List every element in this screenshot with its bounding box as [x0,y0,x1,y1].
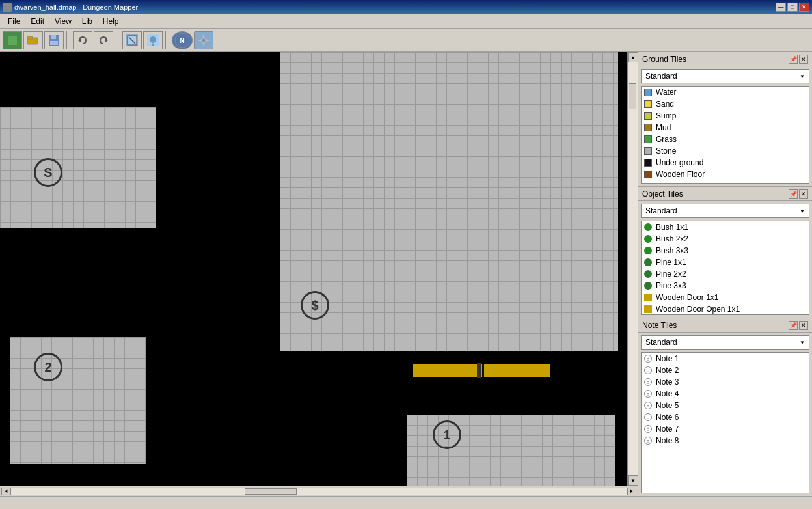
list-item[interactable]: Stone [642,145,809,157]
list-item[interactable]: Bush 3x3 [642,245,809,256]
vscroll-down[interactable]: ▼ [628,475,638,486]
woodendooropen-swatch [644,305,652,313]
list-item[interactable]: Under ground [642,157,809,169]
toolbar-separator-3 [165,31,169,49]
redo-button[interactable] [94,31,113,49]
list-item[interactable]: ○ Note 1 [642,353,809,365]
note-tiles-dropdown[interactable]: Standard ▼ [641,335,809,350]
canvas-container: S $ 2 1 [0,52,638,496]
note4-label: Note 4 [656,389,679,398]
compass-rose-button[interactable] [194,31,213,49]
list-item[interactable]: ○ Note 4 [642,388,809,400]
vscroll-up[interactable]: ▲ [628,52,638,62]
list-item[interactable]: Sump [642,110,809,122]
list-item[interactable]: ○ Note 6 [642,411,809,423]
svg-marker-16 [202,34,205,39]
object-tiles-close[interactable]: ✕ [799,189,808,199]
maximize-button[interactable]: □ [787,3,798,12]
label-2: 2 [34,353,62,381]
note-tiles-pin[interactable]: 📌 [789,321,798,330]
ground-tiles-dropdown[interactable]: Standard ▼ [641,69,809,83]
new-button[interactable] [3,31,22,49]
minimize-button[interactable]: — [776,3,786,12]
list-item[interactable]: Wooden Door Open 1x1 [642,303,809,315]
woodendooropen-label: Wooden Door Open 1x1 [656,305,740,314]
sump-swatch [644,112,652,120]
list-item[interactable]: Pine 3x3 [642,280,809,292]
underground-swatch [644,159,652,167]
menu-edit[interactable]: Edit [25,16,49,27]
svg-rect-1 [8,36,17,45]
note-tiles-section: Note Tiles 📌 ✕ Standard ▼ ○ Note 1 ○ Not… [638,318,812,496]
note5-label: Note 5 [656,401,679,410]
save-button[interactable] [44,31,64,49]
list-item[interactable]: Pine 2x2 [642,268,809,280]
ground-tiles-close[interactable]: ✕ [799,55,808,64]
note5-icon: ○ [644,402,652,409]
woodenfloor-swatch [644,171,652,178]
draw-button[interactable] [122,31,142,49]
menu-bar: File Edit View Lib Help [0,14,812,29]
list-item[interactable]: Water [642,87,809,98]
list-item[interactable]: ○ Note 7 [642,423,809,435]
pine2x2-dot [644,270,652,278]
note4-icon: ○ [644,390,652,398]
fill-button[interactable] [143,31,163,49]
list-item[interactable]: Grass [642,133,809,145]
list-item[interactable]: ○ Note 2 [642,365,809,376]
toolbar-separator-1 [66,31,70,49]
hscroll-right[interactable]: ► [627,488,636,495]
list-item[interactable]: Wooden Door 1x1 [642,292,809,303]
map-canvas[interactable]: S $ 2 1 [0,52,638,486]
note6-icon: ○ [644,413,652,421]
compass-n-button[interactable]: N [172,31,193,49]
undo-button[interactable] [73,31,92,49]
sump-label: Sump [656,111,676,120]
list-item[interactable]: Wooden Floor [642,169,809,180]
mud-label: Mud [656,123,671,132]
list-item[interactable]: Mud [642,122,809,133]
list-item[interactable]: ○ Note 8 [642,435,809,447]
list-item[interactable]: Pine 1x1 [642,256,809,268]
bush1x1-dot [644,223,652,231]
svg-point-13 [150,36,156,43]
app-icon [3,3,12,12]
svg-rect-5 [51,35,56,39]
ground-tiles-pin[interactable]: 📌 [789,55,798,64]
woodendoor1x1-label: Wooden Door 1x1 [656,293,719,302]
bush2x2-label: Bush 2x2 [656,234,688,243]
note8-icon: ○ [644,437,652,445]
note7-label: Note 7 [656,424,679,433]
object-tiles-dropdown-arrow: ▼ [800,208,805,214]
hscroll-left[interactable]: ◄ [1,488,10,495]
note-tiles-dropdown-arrow: ▼ [800,340,805,346]
water-swatch [644,89,652,96]
list-item[interactable]: ○ Note 5 [642,400,809,411]
open-button[interactable] [23,31,43,49]
close-button[interactable]: ✕ [799,3,809,12]
list-item[interactable]: ○ Note 3 [642,376,809,388]
svg-text:N: N [180,37,184,44]
menu-lib[interactable]: Lib [77,16,98,27]
toolbar-separator-2 [116,31,120,49]
woodenfloor-label: Wooden Floor [656,170,705,179]
water-label: Water [656,88,677,97]
canvas-hscroll[interactable]: ◄ ► [0,486,638,496]
list-item[interactable]: Bush 1x1 [642,221,809,233]
svg-rect-3 [27,36,33,39]
note-tiles-close[interactable]: ✕ [799,321,808,330]
note-tiles-list[interactable]: ○ Note 1 ○ Note 2 ○ Note 3 ○ Note 4 ○ [641,352,809,493]
menu-help[interactable]: Help [98,16,124,27]
list-item[interactable]: Sand [642,98,809,110]
list-item[interactable]: Bush 2x2 [642,233,809,245]
canvas-vscroll[interactable]: ▲ ▼ [627,52,638,486]
ground-tiles-list[interactable]: Water Sand Sump Mud Grass [641,86,809,184]
object-tiles-list[interactable]: Bush 1x1 Bush 2x2 Bush 3x3 Pine 1x1 Pine… [641,221,809,315]
object-tiles-pin[interactable]: 📌 [789,189,798,199]
menu-view[interactable]: View [49,16,77,27]
right-panel: Ground Tiles 📌 ✕ Standard ▼ Water Sand [638,52,812,496]
ground-tiles-title: Ground Tiles [642,55,686,64]
object-tiles-title: Object Tiles [642,189,683,199]
menu-file[interactable]: File [3,16,25,27]
object-tiles-dropdown[interactable]: Standard ▼ [641,204,809,218]
